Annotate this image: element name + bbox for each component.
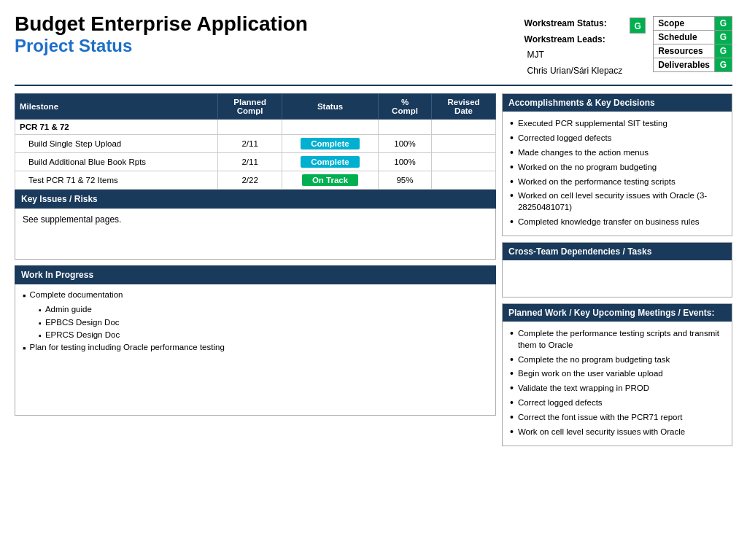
status-label: Deliverables <box>654 58 715 72</box>
list-item: Correct logged defects <box>510 397 724 409</box>
pct-compl <box>378 120 431 135</box>
list-item: Begin work on the user variable upload <box>510 368 724 380</box>
revised-date <box>432 135 496 153</box>
pct-compl: 100% <box>378 135 431 153</box>
list-item: Worked on cell level security issues wit… <box>510 190 724 213</box>
planned-work-body: Complete the performance testing scripts… <box>503 322 732 446</box>
list-item: Correct the font issue with the PCR71 re… <box>510 411 724 424</box>
left-panel: Milestone PlannedCompl Status %Compl Rev… <box>15 93 496 452</box>
complete-badge: Complete <box>301 138 359 149</box>
status-cell: Complete <box>282 153 379 171</box>
wip-body: Complete documentationAdmin guideEPBCS D… <box>15 284 496 416</box>
list-item: Made changes to the action menus <box>510 147 724 159</box>
status-cell: Complete <box>282 135 379 153</box>
milestone-name: Build Single Step Upload <box>15 135 218 153</box>
complete-badge: Complete <box>301 156 359 168</box>
status-value: G <box>715 17 732 31</box>
wip-list: Complete documentationAdmin guideEPBCS D… <box>23 290 488 355</box>
lead2: Chris Urian/Sári Klepacz <box>525 63 623 79</box>
status-value: G <box>715 44 732 58</box>
status-label: Resources <box>654 44 715 58</box>
col-revised: RevisedDate <box>432 94 496 120</box>
lead1: MJT <box>525 47 623 63</box>
header-divider <box>15 85 732 86</box>
key-issues-text: See supplemental pages. <box>23 214 121 225</box>
col-status: Status <box>282 94 379 120</box>
list-item: Admin guide <box>39 305 488 315</box>
header-right: Workstream Status: Workstream Leads: MJT… <box>525 16 732 79</box>
list-item: Worked on the no program budgeting <box>510 161 724 174</box>
status-cell <box>282 120 379 135</box>
status-value: G <box>715 58 732 72</box>
planned-date: 2/11 <box>218 135 282 153</box>
milestone-name: Build Additional Blue Book Rpts <box>15 153 218 171</box>
cross-team-header: Cross-Team Dependencies / Tasks <box>503 243 732 260</box>
status-grid-row: ScopeG <box>654 17 732 31</box>
list-item: Corrected logged defects <box>510 132 724 144</box>
list-item: Completed knowledge transfer on business… <box>510 216 724 228</box>
revised-date <box>432 171 496 190</box>
revised-date <box>432 120 496 135</box>
planned-date <box>218 120 282 135</box>
table-row: Build Additional Blue Book Rpts 2/11 Com… <box>15 153 496 171</box>
ontrack-badge: On Track <box>302 174 358 186</box>
planned-work-header: Planned Work / Key Upcoming Meetings / E… <box>503 304 732 322</box>
list-item: Plan for testing including Oracle perfor… <box>23 343 488 355</box>
milestone-table: Milestone PlannedCompl Status %Compl Rev… <box>15 93 496 190</box>
key-issues-body: See supplemental pages. <box>15 209 496 260</box>
cross-team-body <box>503 260 732 297</box>
list-item: Worked on the performance testing script… <box>510 176 724 188</box>
list-item: EPBCS Design Doc <box>39 318 488 328</box>
main-content: Milestone PlannedCompl Status %Compl Rev… <box>15 93 732 452</box>
status-grid-row: DeliverablesG <box>654 58 732 72</box>
key-issues-header: Key Issues / Risks <box>15 190 496 209</box>
workstream-status-label: Workstream Status: <box>525 18 607 28</box>
revised-date <box>432 153 496 171</box>
overall-status-badge: G <box>630 18 646 34</box>
list-item: Complete documentation <box>23 290 488 303</box>
table-row: Test PCR 71 & 72 Items 2/22 On Track 95% <box>15 171 496 190</box>
list-item: Executed PCR supplemental SIT testing <box>510 117 724 130</box>
accomplishments-body: Executed PCR supplemental SIT testingCor… <box>503 112 732 236</box>
planned-work-list: Complete the performance testing scripts… <box>510 327 724 438</box>
planned-work-section: Planned Work / Key Upcoming Meetings / E… <box>502 303 732 446</box>
status-grid-row: ResourcesG <box>654 44 732 58</box>
page-header: Budget Enterprise Application Project St… <box>15 13 732 79</box>
sub-title: Project Status <box>15 36 308 57</box>
list-item: Work on cell level security issues with … <box>510 426 724 438</box>
col-pct: %Compl <box>378 94 431 120</box>
list-item: EPRCS Design Doc <box>39 330 488 341</box>
milestone-name: Test PCR 71 & 72 Items <box>15 171 218 190</box>
workstream-info: Workstream Status: Workstream Leads: MJT… <box>525 16 623 79</box>
sub-list: Admin guideEPBCS Design DocEPRCS Design … <box>23 305 488 341</box>
list-item: Complete the no program budgeting task <box>510 354 724 366</box>
list-item: Complete the performance testing scripts… <box>510 327 724 351</box>
pct-compl: 100% <box>378 153 431 171</box>
pct-compl: 95% <box>378 171 431 190</box>
status-label: Scope <box>654 17 715 31</box>
status-value: G <box>715 31 732 44</box>
table-row: PCR 71 & 72 <box>15 120 496 135</box>
planned-date: 2/22 <box>218 171 282 190</box>
status-label: Schedule <box>654 31 715 44</box>
milestone-name: PCR 71 & 72 <box>15 120 218 135</box>
list-item: Validate the text wrapping in PROD <box>510 382 724 394</box>
table-row: Build Single Step Upload 2/11 Complete 1… <box>15 135 496 153</box>
workstream-leads-label: Workstream Leads: <box>525 34 605 44</box>
col-planned: PlannedCompl <box>218 94 282 120</box>
accomplishments-section: Accomplishments & Key Decisions Executed… <box>502 93 732 236</box>
accomplishments-list: Executed PCR supplemental SIT testingCor… <box>510 117 724 228</box>
cross-team-section: Cross-Team Dependencies / Tasks <box>502 242 732 298</box>
status-grid: ScopeGScheduleGResourcesGDeliverablesG <box>653 16 732 72</box>
status-badge-container: G <box>630 18 646 34</box>
right-panel: Accomplishments & Key Decisions Executed… <box>502 93 732 452</box>
accomplishments-header: Accomplishments & Key Decisions <box>503 94 732 112</box>
status-cell: On Track <box>282 171 379 190</box>
main-title: Budget Enterprise Application <box>15 13 308 36</box>
planned-date: 2/11 <box>218 153 282 171</box>
title-block: Budget Enterprise Application Project St… <box>15 13 308 57</box>
status-grid-row: ScheduleG <box>654 31 732 44</box>
wip-header: Work In Progress <box>15 265 496 284</box>
col-milestone: Milestone <box>15 94 218 120</box>
